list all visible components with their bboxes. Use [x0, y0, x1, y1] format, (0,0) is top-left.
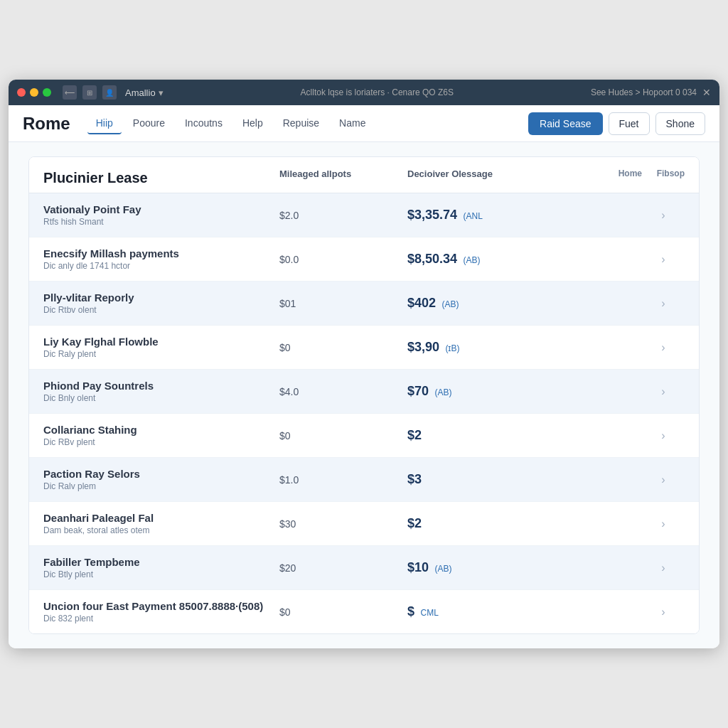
nav-link-hiip[interactable]: Hiip	[87, 113, 122, 134]
row-price: $3	[407, 472, 422, 486]
row-price: $2	[407, 516, 422, 530]
close-traffic-light[interactable]	[17, 88, 26, 97]
chevron-right-icon: ›	[642, 606, 685, 619]
chevron-right-icon: ›	[642, 473, 685, 486]
row-mileage: $1.0	[279, 474, 407, 486]
app-window: ⟵ ⊞ 👤 Amallio ▾ Aclltok lqse is loriater…	[9, 80, 719, 648]
row-mileage: $0	[279, 606, 407, 618]
window-close-button[interactable]: ✕	[702, 87, 711, 98]
row-mileage: $4.0	[279, 386, 407, 397]
table-row[interactable]: Phiond Pay Sountrels Dic Bnly olent $4.0…	[29, 370, 699, 414]
row-badge: (AB)	[442, 299, 459, 309]
row-subtitle: Dam beak, storal atles otem	[43, 525, 279, 535]
row-title: Deanhari Paleagel Fal	[43, 512, 279, 524]
row-price: $	[407, 604, 414, 619]
row-title: Vationaly Point Fay	[43, 203, 279, 215]
back-icon[interactable]: ⟵	[63, 85, 77, 100]
col2-header: Decioiver Olessage	[407, 168, 585, 187]
nav-buttons: Raid Sease Fuet Shone	[528, 112, 705, 135]
row-badge: (AB)	[435, 564, 452, 574]
titlebar-right-text: See Hudes > Hopoort 0 034 ✕	[591, 87, 711, 98]
row-badge: (ANL	[464, 211, 483, 221]
row-price-cell: $2	[407, 516, 585, 531]
chevron-right-icon: ›	[642, 562, 685, 574]
row-title: Plly-vlitar Reporly	[43, 291, 279, 304]
fuet-button[interactable]: Fuet	[609, 112, 650, 135]
titlebar: ⟵ ⊞ 👤 Amallio ▾ Aclltok lqse is loriater…	[9, 80, 719, 105]
row-subtitle: Dic Raly plent	[43, 349, 279, 359]
titlebar-center-text: Aclltok lqse is loriaters · Cenare QO Z6…	[169, 87, 585, 97]
table-row[interactable]: Plly-vlitar Reporly Dic Rtbv olent $01 $…	[29, 282, 699, 326]
row-price: $8,50.34	[407, 252, 457, 266]
row-subtitle: Dic anly dle 1741 hctor	[43, 261, 279, 271]
table-row[interactable]: Deanhari Paleagel Fal Dam beak, storal a…	[29, 502, 699, 546]
row-title: Phiond Pay Sountrels	[43, 380, 279, 392]
row-title: Fabiller Tempbeme	[43, 556, 279, 568]
row-price: $70	[407, 384, 429, 398]
table-row[interactable]: Enecsify Millash payments Dic anly dle 1…	[29, 237, 699, 282]
row-price-cell: $8,50.34 (AB)	[407, 252, 585, 267]
chevron-right-icon: ›	[642, 297, 685, 310]
shone-button[interactable]: Shone	[655, 112, 705, 135]
table-row[interactable]: Vationaly Point Fay Rtfs hish Smant $2.0…	[29, 193, 699, 237]
nav-link-incoutns[interactable]: Incoutns	[176, 113, 231, 134]
table-container: Plucinier Lease Mileaged allpots Decioiv…	[28, 156, 700, 634]
row-info: Phiond Pay Sountrels Dic Bnly olent	[43, 380, 279, 403]
nav-link-name[interactable]: Name	[331, 113, 374, 134]
row-price: $10	[407, 560, 429, 574]
row-price: $3,90	[407, 340, 439, 354]
table-title: Plucinier Lease	[43, 168, 279, 187]
nav-link-repuise[interactable]: Repuise	[274, 113, 328, 134]
titlebar-app-name: Amallio ▾	[125, 87, 164, 98]
row-subtitle: Dic Bnly olent	[43, 393, 279, 403]
table-row[interactable]: Collarianc Stahing Dic RBv plent $0 $2 ›	[29, 414, 699, 458]
fullscreen-traffic-light[interactable]	[43, 88, 51, 97]
row-badge: CML	[420, 608, 438, 618]
row-title: Uncion four East Payment 85007.8888·(508…	[43, 600, 279, 612]
chevron-right-icon: ›	[642, 341, 685, 354]
col1-header: Mileaged allpots	[279, 168, 407, 187]
row-price-cell: $2	[407, 428, 585, 443]
row-subtitle: Dic 832 plent	[43, 614, 279, 623]
table-row[interactable]: Liy Kay Flghal Flowble Dic Raly plent $0…	[29, 326, 699, 370]
row-badge: (AB)	[464, 255, 481, 265]
col3-header: Home	[585, 168, 642, 187]
table-row[interactable]: Paction Ray Selors Dic Ralv plem $1.0 $3…	[29, 458, 699, 502]
bookmark-icon[interactable]: ⊞	[82, 85, 97, 100]
row-price-cell: $402 (AB)	[407, 296, 585, 311]
user-icon[interactable]: 👤	[102, 85, 117, 100]
row-price: $2	[407, 428, 422, 442]
row-title: Paction Ray Selors	[43, 468, 279, 480]
row-subtitle: Dic Ralv plem	[43, 481, 279, 491]
row-mileage: $0	[279, 430, 407, 441]
chevron-right-icon: ›	[642, 253, 685, 266]
minimize-traffic-light[interactable]	[30, 88, 38, 97]
row-info: Plly-vlitar Reporly Dic Rtbv olent	[43, 291, 279, 315]
row-info: Enecsify Millash payments Dic anly dle 1…	[43, 247, 279, 271]
chevron-right-icon: ›	[642, 209, 685, 222]
row-price: $402	[407, 296, 436, 310]
row-info: Fabiller Tempbeme Dic Btly plent	[43, 556, 279, 579]
nav-link-help[interactable]: Help	[234, 113, 272, 134]
row-price-cell: $70 (AB)	[407, 384, 585, 399]
row-mileage: $0	[279, 342, 407, 353]
row-mileage: $20	[279, 562, 407, 574]
row-subtitle: Dic Btly plent	[43, 569, 279, 579]
table-header: Plucinier Lease Mileaged allpots Decioiv…	[29, 157, 699, 193]
row-subtitle: Rtfs hish Smant	[43, 217, 279, 227]
table-row[interactable]: Uncion four East Payment 85007.8888·(508…	[29, 590, 699, 633]
row-info: Deanhari Paleagel Fal Dam beak, storal a…	[43, 512, 279, 535]
nav-link-pooure[interactable]: Pooure	[124, 113, 173, 134]
row-badge: (AB)	[435, 387, 452, 397]
row-price-cell: $3	[407, 472, 585, 487]
row-badge: (ɪB)	[446, 343, 460, 353]
row-info: Collarianc Stahing Dic RBv plent	[43, 424, 279, 447]
row-price-cell: $10 (AB)	[407, 560, 585, 575]
raid-sease-button[interactable]: Raid Sease	[528, 112, 602, 135]
table-row[interactable]: Fabiller Tempbeme Dic Btly plent $20 $10…	[29, 546, 699, 590]
row-mileage: $0.0	[279, 254, 407, 265]
row-info: Vationaly Point Fay Rtfs hish Smant	[43, 203, 279, 227]
chevron-right-icon: ›	[642, 429, 685, 442]
row-subtitle: Dic RBv plent	[43, 437, 279, 447]
row-subtitle: Dic Rtbv olent	[43, 305, 279, 315]
